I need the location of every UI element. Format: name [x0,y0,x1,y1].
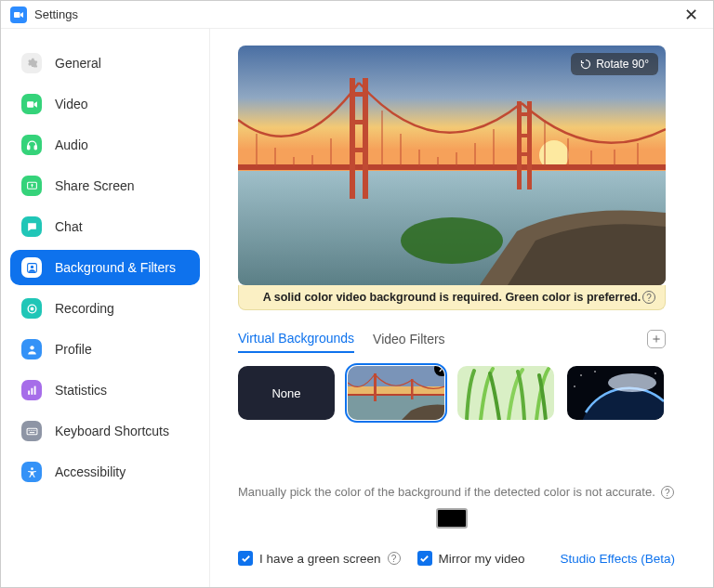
studio-effects-link[interactable]: Studio Effects (Beta) [560,552,675,566]
svg-rect-34 [517,152,532,156]
sidebar-item-label: Video [55,97,88,111]
accessibility-icon [21,462,42,482]
thumb-none[interactable]: None [238,366,335,420]
sidebar-item-label: General [55,56,101,71]
tab-video-filters[interactable]: Video Filters [373,326,445,352]
hint-help-icon[interactable]: ? [661,486,674,499]
gear-icon [21,53,42,73]
svg-rect-14 [28,429,29,430]
svg-rect-1 [27,101,33,108]
svg-rect-57 [411,379,414,399]
sidebar-item-label: Chat [55,219,83,234]
green-screen-notice: A solid color video background is requir… [238,285,666,310]
sidebar-item-label: Keyboard Shortcuts [55,424,169,438]
thumb-golden-gate[interactable]: ✕ [348,366,444,420]
sidebar-item-statistics[interactable]: Statistics [10,372,200,408]
svg-rect-2 [27,146,29,150]
window-title: Settings [34,7,78,21]
svg-point-6 [30,265,33,268]
svg-point-8 [30,307,33,310]
color-swatch-row [238,508,666,529]
svg-rect-29 [350,148,368,152]
svg-point-61 [608,373,656,392]
color-swatch[interactable] [436,508,468,529]
video-preview: Rotate 90° [238,46,666,285]
thumb-grass[interactable] [457,366,554,420]
settings-window: Settings ✕ General Video Audio Share Scr… [0,0,714,588]
checkbox-green-screen-box [238,551,253,566]
sidebar-item-recording[interactable]: Recording [10,291,200,326]
svg-point-19 [31,467,33,470]
thumb-none-label: None [271,386,300,400]
tabs: Virtual Backgrounds Video Filters ＋ [238,325,666,353]
bottom-row: I have a green screen ? Mirror my video … [238,551,675,566]
checkbox-mirror-box [417,551,432,566]
sidebar-item-label: Background & Filters [55,260,176,275]
svg-point-9 [30,346,33,349]
svg-rect-24 [238,164,666,170]
keyboard-icon [21,421,42,441]
hint-text: Manually pick the color of the backgroun… [238,485,655,499]
add-background-button[interactable]: ＋ [647,330,666,348]
headphones-icon [21,135,42,155]
svg-point-23 [401,217,503,264]
sidebar-item-label: Share Screen [55,178,135,193]
sidebar-item-accessibility[interactable]: Accessibility [10,454,200,490]
tab-virtual-backgrounds[interactable]: Virtual Backgrounds [238,325,354,353]
notice-text: A solid color video background is requir… [263,291,641,304]
close-button[interactable]: ✕ [679,5,704,25]
green-screen-help-icon[interactable]: ? [388,552,401,565]
main-content: Rotate 90° A solid color video backgroun… [210,29,713,587]
svg-point-64 [574,385,575,387]
svg-rect-12 [33,385,35,394]
svg-rect-18 [29,432,33,433]
svg-rect-33 [517,134,532,137]
svg-rect-16 [33,429,33,430]
rotate-label: Rotate 90° [596,58,649,71]
app-icon [10,7,27,23]
checkbox-mirror-video[interactable]: Mirror my video [417,551,525,566]
svg-rect-32 [517,112,532,116]
notice-help-icon[interactable]: ? [642,291,655,304]
chat-icon [21,216,42,237]
svg-point-63 [594,371,596,372]
svg-rect-0 [14,12,20,18]
sidebar-item-label: Recording [55,301,114,316]
svg-point-65 [654,372,656,374]
rotate-button[interactable]: Rotate 90° [571,53,658,75]
record-icon [21,298,42,319]
svg-rect-13 [27,428,37,435]
sidebar-item-audio[interactable]: Audio [10,127,200,163]
checkbox-green-screen-label: I have a green screen [259,552,381,566]
svg-rect-15 [30,429,31,430]
rotate-icon [580,59,591,70]
svg-rect-56 [374,373,377,401]
titlebar: Settings ✕ [1,1,713,29]
sidebar-item-background-filters[interactable]: Background & Filters [10,250,200,285]
stats-icon [21,380,42,400]
svg-rect-17 [34,429,35,430]
sidebar-item-chat[interactable]: Chat [10,209,200,244]
svg-point-62 [580,374,582,376]
sidebar-item-label: Audio [55,137,88,152]
sidebar-item-video[interactable]: Video [10,86,200,122]
video-preview-wrapper: Rotate 90° A solid color video backgroun… [238,46,685,310]
checkbox-mirror-label: Mirror my video [439,552,525,566]
svg-rect-11 [31,387,33,394]
sidebar-item-label: Profile [55,342,92,357]
background-thumbnails: None ✕ [238,366,685,420]
share-screen-icon [21,176,42,196]
sidebar-item-label: Accessibility [55,464,126,479]
sidebar-item-general[interactable]: General [10,46,200,81]
svg-rect-55 [348,394,444,396]
thumb-earth[interactable] [567,366,664,420]
background-icon [21,257,42,278]
svg-rect-3 [34,146,36,150]
sidebar: General Video Audio Share Screen Chat Ba… [1,29,210,587]
sidebar-item-keyboard-shortcuts[interactable]: Keyboard Shortcuts [10,413,200,449]
sidebar-item-profile[interactable]: Profile [10,332,200,367]
video-icon [21,94,42,114]
manual-color-hint: Manually pick the color of the backgroun… [238,485,685,499]
sidebar-item-share-screen[interactable]: Share Screen [10,168,200,203]
checkbox-green-screen[interactable]: I have a green screen ? [238,551,401,566]
